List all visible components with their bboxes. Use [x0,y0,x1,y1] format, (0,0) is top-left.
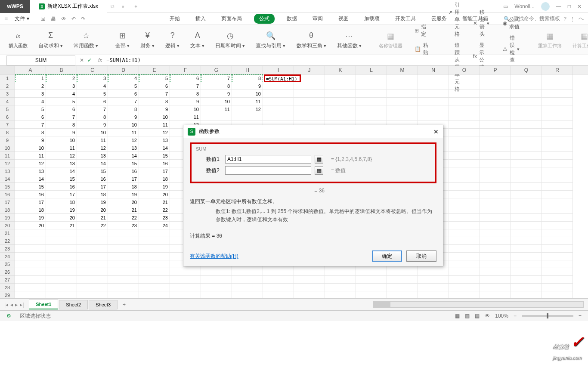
cell[interactable] [325,74,356,82]
cell[interactable]: 14 [77,160,108,167]
cell[interactable] [542,276,573,284]
cell[interactable]: 11 [15,152,46,160]
cell[interactable]: 10 [77,129,108,136]
cell[interactable]: 17 [46,191,77,198]
cell[interactable] [232,276,263,284]
window-list-icon[interactable]: ▭ [503,3,508,9]
cell[interactable] [511,291,542,298]
cell[interactable]: 14 [46,167,77,175]
math[interactable]: θ数学和三角 ▾ [294,31,328,49]
avatar[interactable] [541,2,550,11]
cell[interactable] [263,90,294,98]
tab-addins[interactable]: 加载项 [361,14,383,24]
cell[interactable] [480,105,511,113]
cell[interactable] [511,90,542,98]
cell[interactable] [15,268,46,276]
collapse-icon[interactable]: へ [579,15,584,22]
cell[interactable]: 22 [139,206,170,214]
cell[interactable]: 11 [77,136,108,144]
cell[interactable] [139,245,170,253]
cell[interactable] [542,105,573,113]
cell[interactable]: 17 [15,198,46,206]
cell[interactable] [15,245,46,253]
cell[interactable] [46,284,77,291]
cell[interactable]: 9 [108,113,139,121]
cell[interactable] [511,121,542,129]
cell[interactable] [15,253,46,260]
cell[interactable] [356,90,387,98]
cell[interactable] [449,98,480,105]
row-header[interactable]: 14 [0,175,15,183]
cell[interactable]: 21 [77,214,108,222]
col-header[interactable]: D [108,66,139,74]
cell[interactable]: 1 [15,74,46,82]
cell[interactable] [511,175,542,183]
cell[interactable] [542,82,573,90]
lookup[interactable]: 🔍查找与引用 ▾ [254,31,288,49]
cell[interactable] [511,268,542,276]
cell[interactable]: 17 [139,167,170,175]
cell[interactable] [418,268,449,276]
cell[interactable]: 14 [139,144,170,152]
cell[interactable] [77,291,108,298]
cell[interactable] [480,237,511,245]
col-header[interactable]: E [139,66,170,74]
cell[interactable]: 4 [77,82,108,90]
cell[interactable]: 10 [170,105,201,113]
row-header[interactable]: 15 [0,183,15,191]
cell[interactable]: 8 [77,113,108,121]
cell[interactable]: 13 [108,144,139,152]
cell[interactable] [356,105,387,113]
tab-insert[interactable]: 插入 [192,14,209,24]
cell[interactable] [325,291,356,298]
undo-icon[interactable]: ↶ [71,16,76,22]
cell[interactable]: 13 [15,167,46,175]
file-menu[interactable]: 文件 ▾ [11,14,32,23]
cell[interactable] [542,253,573,260]
cell[interactable] [449,222,480,229]
cell[interactable]: 5 [139,74,170,82]
cell[interactable]: 16 [15,191,46,198]
cell[interactable] [511,253,542,260]
cell[interactable] [449,90,480,98]
cell[interactable] [77,268,108,276]
cell[interactable]: 3 [15,90,46,98]
cell[interactable]: 8 [46,121,77,129]
cell[interactable]: 7 [15,121,46,129]
cell[interactable] [542,191,573,198]
cell[interactable] [542,183,573,191]
cell[interactable] [511,260,542,268]
tab-view[interactable]: 视图 [335,14,352,24]
cell[interactable]: 22 [108,214,139,222]
cell[interactable]: 5 [46,98,77,105]
cell[interactable]: 8 [108,105,139,113]
row-header[interactable]: 7 [0,121,15,129]
insert-function[interactable]: fx插入函数 [6,31,30,49]
col-header[interactable]: Q [511,66,542,74]
cell[interactable] [232,291,263,298]
cell[interactable] [356,113,387,121]
cell[interactable] [542,268,573,276]
cell[interactable] [511,206,542,214]
cell[interactable] [480,129,511,136]
cell[interactable] [387,113,418,121]
cell[interactable] [480,121,511,129]
cell[interactable]: 7 [170,82,201,90]
cell[interactable]: 19 [139,183,170,191]
cell[interactable] [356,82,387,90]
cell[interactable] [387,74,418,82]
cell[interactable] [449,253,480,260]
cell[interactable] [139,253,170,260]
cell[interactable] [139,268,170,276]
row-header[interactable]: 6 [0,113,15,121]
cell[interactable]: 8 [232,74,263,82]
cell[interactable] [449,74,480,82]
cell[interactable]: 21 [46,222,77,229]
cell[interactable] [15,276,46,284]
cell[interactable] [325,284,356,291]
cell[interactable] [387,82,418,90]
cell[interactable]: 15 [15,183,46,191]
cell[interactable]: 11 [170,113,201,121]
cell[interactable] [542,74,573,82]
view-break-icon[interactable]: ▤ [475,313,480,319]
